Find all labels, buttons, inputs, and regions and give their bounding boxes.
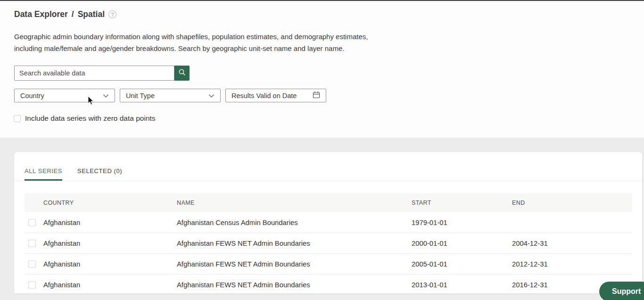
table-row: Afghanistan Afghanistan FEWS NET Admin B… bbox=[25, 275, 632, 293]
cell-country: Afghanistan bbox=[43, 260, 177, 268]
cell-name: Afghanistan Census Admin Boundaries bbox=[177, 219, 412, 226]
table-row: Afghanistan Afghanistan FEWS NET Admin B… bbox=[25, 233, 632, 254]
column-header-start: START bbox=[412, 200, 512, 206]
row-checkbox[interactable] bbox=[28, 281, 36, 289]
series-tabs: ALL SERIES SELECTED (0) bbox=[25, 152, 122, 181]
table-row: Afghanistan Afghanistan Census Admin Bou… bbox=[25, 212, 632, 233]
cell-start: 1979-01-01 bbox=[412, 219, 512, 226]
cell-name: Afghanistan FEWS NET Admin Boundaries bbox=[177, 281, 412, 289]
data-explorer-spatial-page: Data Explorer / Spatial ? Geographic adm… bbox=[0, 0, 644, 300]
table-header-row: COUNTRY NAME START END bbox=[25, 193, 632, 212]
zero-series-checkbox[interactable] bbox=[14, 115, 21, 122]
row-checkbox[interactable] bbox=[28, 240, 36, 247]
search-input[interactable] bbox=[14, 66, 174, 81]
description-line-2: including male/female and age/gender bre… bbox=[14, 43, 368, 55]
cell-name: Afghanistan FEWS NET Admin Boundaries bbox=[177, 260, 412, 268]
zero-series-option: Include data series with zero data point… bbox=[14, 114, 156, 123]
results-valid-on-date-label: Results Valid on Date bbox=[231, 92, 313, 100]
cell-start: 2000-01-01 bbox=[412, 240, 512, 247]
results-valid-on-date-picker[interactable]: Results Valid on Date bbox=[225, 89, 326, 102]
tab-selected[interactable]: SELECTED (0) bbox=[77, 167, 122, 181]
unit-type-dropdown[interactable]: Unit Type bbox=[120, 89, 221, 102]
table-row: Afghanistan Afghanistan FEWS NET Admin B… bbox=[25, 254, 632, 275]
help-icon[interactable]: ? bbox=[108, 10, 116, 18]
cell-country: Afghanistan bbox=[43, 281, 177, 289]
tab-all-series[interactable]: ALL SERIES bbox=[25, 167, 62, 181]
cell-name: Afghanistan FEWS NET Admin Boundaries bbox=[177, 240, 412, 247]
breadcrumb-root[interactable]: Data Explorer bbox=[14, 9, 68, 19]
chevron-down-icon bbox=[103, 92, 109, 100]
country-dropdown-label: Country bbox=[20, 92, 103, 100]
chevron-down-icon bbox=[208, 92, 215, 100]
cell-country: Afghanistan bbox=[43, 219, 177, 226]
calendar-icon bbox=[313, 91, 320, 100]
breadcrumb: Data Explorer / Spatial ? bbox=[14, 9, 116, 19]
page-description: Geographic admin boundary information al… bbox=[14, 31, 368, 54]
support-button[interactable]: Support bbox=[599, 282, 644, 300]
breadcrumb-separator: / bbox=[72, 9, 74, 19]
filters-section: Data Explorer / Spatial ? Geographic adm… bbox=[0, 0, 644, 138]
column-header-country: COUNTRY bbox=[43, 200, 177, 206]
cell-end: 2004-12-31 bbox=[512, 240, 632, 247]
unit-type-dropdown-label: Unit Type bbox=[126, 92, 208, 100]
search-bar bbox=[14, 66, 190, 81]
search-button[interactable] bbox=[174, 66, 190, 81]
column-header-name: NAME bbox=[177, 200, 412, 206]
tabs-divider bbox=[14, 181, 642, 181]
cell-start: 2005-01-01 bbox=[412, 260, 512, 268]
column-header-end: END bbox=[512, 200, 632, 206]
cell-country: Afghanistan bbox=[43, 240, 177, 247]
country-dropdown[interactable]: Country bbox=[14, 89, 115, 102]
page-title: Spatial bbox=[78, 9, 105, 19]
cell-start: 2013-01-01 bbox=[412, 281, 512, 289]
row-checkbox[interactable] bbox=[28, 219, 36, 226]
series-table: COUNTRY NAME START END Afghanistan Afgha… bbox=[25, 193, 632, 293]
zero-series-checkbox-label: Include data series with zero data point… bbox=[25, 114, 156, 123]
series-results-card: ALL SERIES SELECTED (0) COUNTRY NAME STA… bbox=[14, 152, 642, 293]
top-border bbox=[0, 0, 644, 1]
row-checkbox[interactable] bbox=[28, 260, 36, 268]
search-icon bbox=[178, 68, 186, 78]
cell-end: 2012-12-31 bbox=[512, 260, 632, 268]
description-line-1: Geographic admin boundary information al… bbox=[14, 31, 368, 43]
